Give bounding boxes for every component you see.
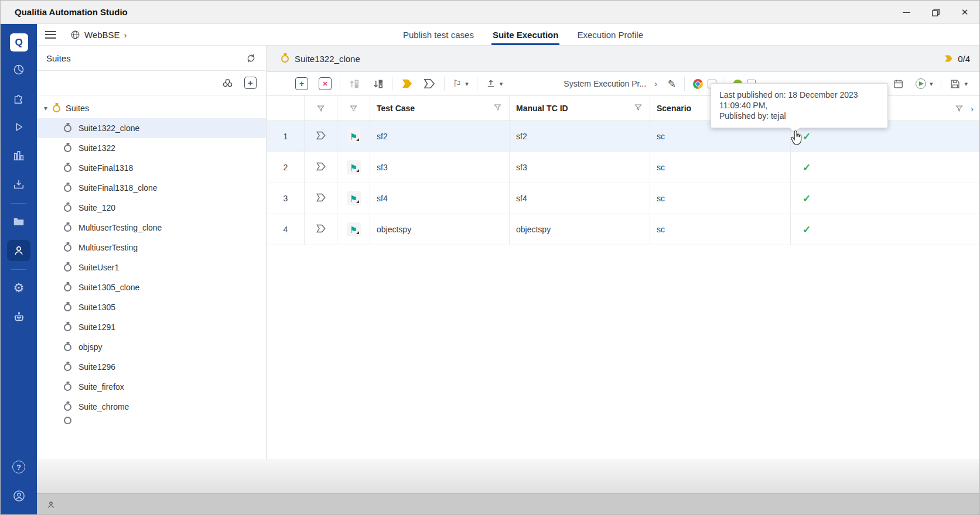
caret-down-icon: ▾	[465, 80, 469, 88]
sidebar-item-users[interactable]	[7, 240, 30, 261]
tree-item[interactable]: objspy	[37, 337, 266, 357]
publish-counter-value: 0/4	[958, 54, 970, 64]
flag-button[interactable]: ⚑	[347, 129, 361, 143]
sidebar-item-reports[interactable]	[7, 145, 30, 166]
table-row[interactable]: 2 ⚑ sf3 sf3 sc ✓	[267, 152, 980, 183]
caret-down-icon[interactable]: ▾	[44, 104, 47, 112]
filter-icon[interactable]	[349, 104, 358, 113]
remove-test-case-button[interactable]: ✕	[319, 77, 332, 90]
tree-item[interactable]: SuiteFinal1318_clone	[37, 178, 266, 198]
tree-item[interactable]: Suite1296	[37, 357, 266, 377]
flag-button[interactable]: ⚑	[347, 222, 361, 236]
tree-item[interactable]: MultiuserTesting	[37, 238, 266, 258]
minimize-button[interactable]	[892, 1, 921, 24]
tree-item[interactable]: Suite1291	[37, 317, 266, 337]
remove-icon: ✕	[322, 81, 327, 87]
tab-execution-profile[interactable]: Execution Profile	[576, 24, 644, 45]
filter-icon[interactable]	[634, 103, 643, 112]
close-button[interactable]: ✕	[950, 1, 979, 24]
tree-item[interactable]: Suite1322_clone	[37, 118, 266, 138]
tree-item[interactable]: SuiteUser1	[37, 258, 266, 277]
tree-item[interactable]: Suite1322	[37, 138, 266, 158]
sidebar-item-import[interactable]	[7, 174, 30, 195]
tree-item-label: Suite1322	[78, 143, 115, 153]
cell-scenario[interactable]: sc	[650, 183, 791, 214]
cell-test-case[interactable]: sf3	[370, 152, 510, 183]
app-logo[interactable]: Q	[10, 33, 28, 52]
restore-button[interactable]	[921, 1, 950, 24]
tree-item[interactable]: Suite1305_clone	[37, 277, 266, 297]
sidebar-item-settings[interactable]: ⚙	[7, 277, 30, 298]
app-window: Qualitia Automation Studio ✕ Q	[0, 0, 980, 515]
publish-button[interactable]	[401, 78, 414, 89]
cell-test-case[interactable]: objectspy	[370, 214, 510, 245]
publish-state-icon[interactable]	[316, 131, 326, 142]
sidebar-item-files[interactable]	[7, 211, 30, 232]
cell-test-case[interactable]: sf4	[370, 183, 510, 214]
breadcrumb[interactable]: WebBSE ›	[70, 30, 127, 40]
cell-manual-tc-id[interactable]: objectspy	[510, 214, 650, 245]
tree-item[interactable]: Suite1305	[37, 297, 266, 317]
header-manual-tc-id-label: Manual TC ID	[516, 104, 568, 113]
status-bar	[37, 493, 979, 515]
tree-item[interactable]: Suite_chrome	[37, 397, 266, 417]
cell-test-case[interactable]: sf2	[370, 121, 510, 152]
tree-root-suites[interactable]: ▾ Suites	[37, 98, 266, 118]
add-test-case-button[interactable]: +	[295, 77, 308, 90]
sidebar-item-bot[interactable]	[7, 306, 30, 327]
robot-icon	[12, 310, 26, 324]
expand-columns-icon[interactable]: ›	[971, 104, 974, 114]
tree-item[interactable]: Suite_120	[37, 198, 266, 218]
run-suite-button[interactable]: ▾	[916, 78, 933, 89]
move-up-button[interactable]	[349, 78, 360, 90]
unpublish-button[interactable]	[423, 78, 436, 89]
export-menu-button[interactable]: ▾	[486, 78, 503, 89]
play-icon	[12, 121, 25, 133]
header-test-case[interactable]: Test Case	[370, 96, 510, 121]
plus-icon: +	[299, 80, 304, 88]
header-manual-tc-id[interactable]: Manual TC ID	[510, 96, 650, 121]
menu-icon[interactable]	[45, 31, 56, 39]
execution-profile-selector[interactable]: System Execution Pr...	[564, 79, 646, 88]
status-user-icon[interactable]	[46, 500, 56, 510]
tree-item[interactable]: SuiteFinal1318	[37, 158, 266, 178]
sidebar-item-components[interactable]	[7, 88, 30, 109]
publish-state-icon[interactable]	[316, 193, 326, 204]
cell-manual-tc-id[interactable]: sf2	[510, 121, 650, 152]
tree-item-partial[interactable]	[37, 417, 266, 424]
flag-button[interactable]: ⚑	[347, 160, 361, 174]
edit-profile-icon[interactable]: ✎	[668, 78, 676, 90]
suites-panel-title: Suites	[46, 53, 71, 63]
cell-manual-tc-id[interactable]: sf3	[510, 152, 650, 183]
filter-icon[interactable]	[955, 104, 964, 113]
filter-icon[interactable]	[493, 103, 502, 112]
suite-icon	[64, 125, 71, 132]
cell-scenario[interactable]: sc	[650, 214, 791, 245]
sidebar-item-run[interactable]	[7, 116, 30, 138]
schedule-icon[interactable]	[893, 78, 904, 90]
tab-publish-test-cases[interactable]: Publish test cases	[402, 24, 475, 45]
search-suites-icon[interactable]	[221, 77, 234, 89]
filter-icon[interactable]	[316, 104, 325, 113]
sidebar-item-help[interactable]: ?	[7, 456, 30, 478]
refresh-icon[interactable]	[245, 53, 257, 64]
sidebar-item-account[interactable]	[7, 485, 30, 506]
tab-suite-execution[interactable]: Suite Execution	[491, 24, 560, 45]
cell-scenario[interactable]: sc	[650, 152, 791, 183]
sidebar-item-dashboard[interactable]	[7, 59, 30, 80]
add-suite-button[interactable]: +	[244, 77, 257, 89]
row-number: 3	[267, 183, 305, 214]
publish-state-icon[interactable]	[316, 162, 326, 173]
flag-menu-button[interactable]: ⚐ ▾	[453, 78, 469, 90]
flag-button[interactable]: ⚑	[347, 191, 361, 205]
publish-state-icon[interactable]	[316, 224, 326, 235]
profile-chevron-icon[interactable]: ›	[654, 79, 657, 88]
tree-item[interactable]: Suite_firefox	[37, 377, 266, 397]
tree-item-label: Suite_120	[78, 203, 115, 212]
cell-manual-tc-id[interactable]: sf4	[510, 183, 650, 214]
table-row[interactable]: 3 ⚑ sf4 sf4 sc ✓	[267, 183, 980, 214]
move-down-button[interactable]	[373, 78, 384, 90]
save-suite-button[interactable]: ▾	[950, 78, 968, 90]
tree-item[interactable]: MultiuserTesting_clone	[37, 218, 266, 238]
table-row[interactable]: 4 ⚑ objectspy objectspy sc ✓	[267, 214, 980, 245]
